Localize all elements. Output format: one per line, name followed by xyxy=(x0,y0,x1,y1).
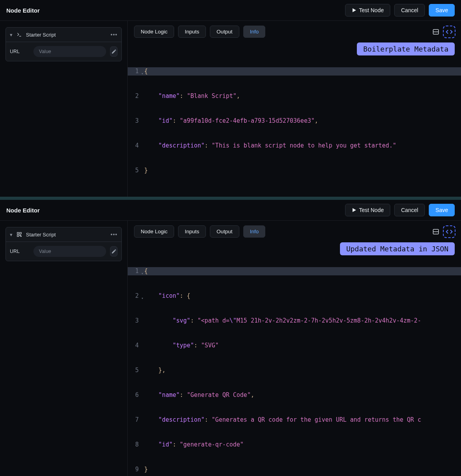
code-view-icon[interactable] xyxy=(444,226,455,237)
tab-info[interactable]: Info xyxy=(243,225,266,238)
svg-rect-6 xyxy=(20,235,20,236)
node-title: Starter Script xyxy=(26,32,56,38)
svg-rect-4 xyxy=(20,232,21,234)
more-icon[interactable]: ••• xyxy=(110,231,118,238)
tab-output[interactable]: Output xyxy=(210,225,239,238)
form-view-icon[interactable] xyxy=(430,226,441,237)
tab-node-logic[interactable]: Node Logic xyxy=(134,225,174,238)
callout-label: Boilerplate Metadata xyxy=(357,42,455,55)
test-node-button[interactable]: Test Node xyxy=(345,204,390,216)
save-button[interactable]: Save xyxy=(429,4,455,17)
code-view-icon[interactable] xyxy=(444,26,455,37)
edit-button[interactable] xyxy=(110,46,118,57)
svg-rect-5 xyxy=(17,235,19,236)
callout-label: Updated Metadata in JSON xyxy=(340,242,455,255)
node-title: Starter Script xyxy=(26,232,56,238)
url-input[interactable] xyxy=(33,246,106,257)
svg-rect-3 xyxy=(17,232,19,234)
tab-node-logic[interactable]: Node Logic xyxy=(134,26,174,38)
tab-output[interactable]: Output xyxy=(210,26,239,38)
edit-button[interactable] xyxy=(110,246,118,256)
code-editor[interactable]: Updated Metadata in JSON 1▾{ 2▾ "icon": … xyxy=(128,242,461,476)
play-icon xyxy=(352,8,356,13)
pencil-icon xyxy=(111,249,117,254)
form-view-icon[interactable] xyxy=(430,26,441,37)
field-label-url: URL xyxy=(10,49,29,54)
tab-inputs[interactable]: Inputs xyxy=(178,26,206,38)
qr-icon xyxy=(17,232,22,237)
code-editor[interactable]: Boilerplate Metadata 1▾{ 2 "name": "Blan… xyxy=(128,42,461,197)
chevron-down-icon[interactable]: ▾ xyxy=(10,32,13,38)
play-icon xyxy=(352,208,356,212)
more-icon[interactable]: ••• xyxy=(110,31,118,38)
sidebar: ▾ Starter Script ••• URL xyxy=(0,21,128,197)
tabs: Node Logic Inputs Output Info xyxy=(128,21,461,42)
page-title: Node Editor xyxy=(6,207,40,214)
panel-boilerplate: Node Editor Test Node Cancel Save ▾ Star… xyxy=(0,0,461,197)
page-title: Node Editor xyxy=(6,7,40,14)
cancel-button[interactable]: Cancel xyxy=(394,204,425,216)
save-button[interactable]: Save xyxy=(429,204,455,216)
test-node-button[interactable]: Test Node xyxy=(345,4,390,17)
url-input[interactable] xyxy=(33,46,106,57)
header: Node Editor Test Node Cancel Save xyxy=(0,0,461,21)
script-icon xyxy=(17,32,22,37)
panel-json: Node Editor Test Node Cancel Save ▾ Star… xyxy=(0,200,461,476)
tab-info[interactable]: Info xyxy=(243,26,266,38)
editor-main: Node Logic Inputs Output Info Boilerplat… xyxy=(128,21,461,197)
pencil-icon xyxy=(111,49,117,54)
svg-rect-7 xyxy=(21,236,22,237)
node-card[interactable]: ▾ Starter Script ••• URL xyxy=(6,227,122,261)
chevron-down-icon[interactable]: ▾ xyxy=(10,232,13,238)
cancel-button[interactable]: Cancel xyxy=(394,4,425,17)
tab-inputs[interactable]: Inputs xyxy=(178,225,206,238)
node-card[interactable]: ▾ Starter Script ••• URL xyxy=(6,27,122,61)
